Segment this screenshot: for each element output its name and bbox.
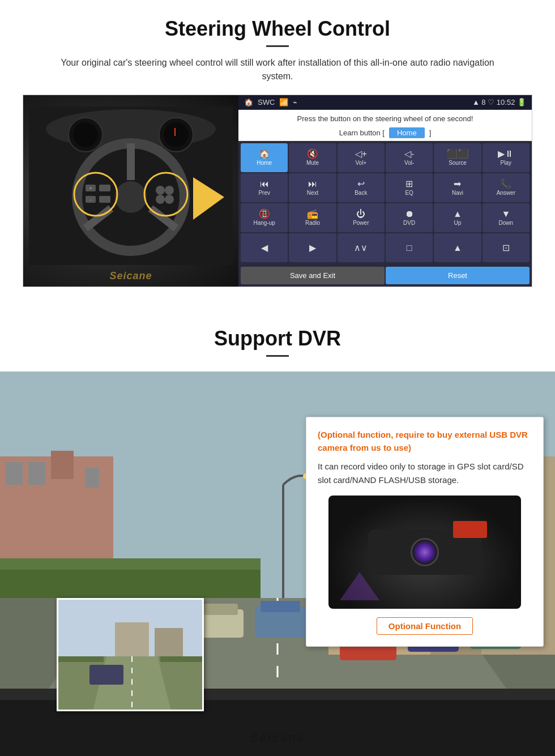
reset-button[interactable]: Reset <box>386 267 530 284</box>
svg-point-11 <box>115 181 147 213</box>
swc-btn-mute[interactable]: 🔇 Mute <box>289 143 336 172</box>
dvr-header: Support DVR <box>0 315 555 371</box>
hangup-btn-label: Hang-up <box>253 220 275 226</box>
home-btn-label: Home <box>257 160 272 166</box>
swc-btn-voldown[interactable]: ◁- Vol- <box>386 143 433 172</box>
svg-rect-18 <box>99 185 110 191</box>
dvr-info-card: (Optional function, require to buy exter… <box>306 417 544 647</box>
swc-btn-r4[interactable]: □ <box>386 233 433 262</box>
swc-btn-r1[interactable]: ◀ <box>241 233 288 262</box>
swc-ui-panel: 🏠 SWC 📶 ⌁ ▲ 8 ♡ 10:52 🔋 Press the button… <box>238 95 532 287</box>
svg-rect-37 <box>204 604 238 615</box>
swc-prompt-text: Press the button on the steering wheel o… <box>297 114 473 123</box>
swc-btn-volup[interactable]: ◁+ Vol+ <box>338 143 385 172</box>
optional-function-badge: Optional Function <box>377 617 473 635</box>
dvr-section: Support DVR <box>0 315 555 756</box>
next-btn-label: Next <box>307 190 319 196</box>
swc-btn-play[interactable]: ▶⏸ Play <box>483 143 530 172</box>
swc-photo: + - Seicane <box>23 95 238 287</box>
down-btn-icon: ▼ <box>501 210 510 219</box>
down-btn-label: Down <box>499 220 514 226</box>
dvd-btn-icon: ⏺ <box>405 210 414 219</box>
swc-btn-dvd[interactable]: ⏺ DVD <box>386 203 433 232</box>
power-btn-label: Power <box>353 220 369 226</box>
dvr-inset-svg <box>58 600 204 711</box>
swc-btn-next[interactable]: ⏭ Next <box>289 173 336 202</box>
swc-btn-power[interactable]: ⏻ Power <box>338 203 385 232</box>
swc-btn-r5[interactable]: ▲ <box>434 233 481 262</box>
swc-btn-r2[interactable]: ▶ <box>289 233 336 262</box>
swc-btn-down[interactable]: ▼ Down <box>483 203 530 232</box>
swc-btn-eq[interactable]: ⊞ EQ <box>386 173 433 202</box>
r5-icon: ▲ <box>453 244 462 253</box>
svg-rect-65 <box>115 622 149 656</box>
swc-btn-home[interactable]: 🏠 Home <box>241 143 288 172</box>
r4-icon: □ <box>407 244 412 253</box>
svg-point-22 <box>156 195 165 204</box>
signal-icon: ▲ 8 ♡ <box>472 98 494 106</box>
back-btn-label: Back <box>355 190 367 196</box>
dvr-optional-note: (Optional function, require to buy exter… <box>318 429 532 454</box>
r2-icon: ▶ <box>309 244 316 253</box>
swc-ui-learn-row: Learn button [ Home ] <box>238 125 532 141</box>
voldown-btn-label: Vol- <box>404 160 414 166</box>
dvr-inset-thumbnail <box>57 598 204 711</box>
swc-btn-up[interactable]: ▲ Up <box>434 203 481 232</box>
camera-body <box>368 529 481 575</box>
swc-ui-header-right: ▲ 8 ♡ 10:52 🔋 <box>472 98 526 106</box>
swc-button-grid: 🏠 Home 🔇 Mute ◁+ Vol+ ◁- Vol- ⬛⬛ Sou <box>238 141 532 264</box>
learn-label: Learn button [ <box>339 129 385 137</box>
eq-btn-label: EQ <box>405 190 413 196</box>
play-btn-icon: ▶⏸ <box>498 150 514 159</box>
answer-btn-label: Answer <box>497 190 515 196</box>
home-icon: 🏠 <box>244 98 253 106</box>
swc-ui-header: 🏠 SWC 📶 ⌁ ▲ 8 ♡ 10:52 🔋 <box>238 95 532 110</box>
navi-btn-icon: ➡ <box>454 180 461 189</box>
svg-point-21 <box>165 186 174 195</box>
svg-point-23 <box>165 195 174 204</box>
swc-btn-r3[interactable]: ∧∨ <box>338 233 385 262</box>
swc-btn-radio[interactable]: 📻 Radio <box>289 203 336 232</box>
power-btn-icon: ⏻ <box>356 210 365 219</box>
camera-lens <box>411 538 439 566</box>
source-btn-icon: ⬛⬛ <box>446 150 469 159</box>
swc-btn-prev[interactable]: ⏮ Prev <box>241 173 288 202</box>
swc-btn-navi[interactable]: ➡ Navi <box>434 173 481 202</box>
swc-btn-back[interactable]: ↩ Back <box>338 173 385 202</box>
swc-btn-source[interactable]: ⬛⬛ Source <box>434 143 481 172</box>
swc-btn-answer[interactable]: 📞 Answer <box>483 173 530 202</box>
swc-footer: Save and Exit Reset <box>238 264 532 287</box>
swc-title: Steering Wheel Control <box>23 17 532 41</box>
home-btn-icon: 🏠 <box>259 150 270 159</box>
swc-btn-r6[interactable]: ⊡ <box>483 233 530 262</box>
mute-btn-label: Mute <box>306 160 319 166</box>
dvr-divider <box>266 355 289 357</box>
dvr-camera-image <box>328 496 521 609</box>
mute-btn-icon: 🔇 <box>307 150 318 159</box>
svg-point-20 <box>156 186 165 195</box>
swc-divider <box>266 45 289 47</box>
back-btn-icon: ↩ <box>357 180 365 189</box>
dvr-background: (Optional function, require to buy exter… <box>0 371 555 756</box>
steering-wheel-svg: + - <box>29 106 233 265</box>
navi-btn-label: Navi <box>452 190 463 196</box>
eq-btn-icon: ⊞ <box>405 180 413 189</box>
learn-close: ] <box>429 129 432 137</box>
swc-panel: + - Seicane <box>23 95 532 287</box>
dvr-photo-container: (Optional function, require to buy exter… <box>0 371 555 756</box>
swc-ui-header-left: 🏠 SWC 📶 ⌁ <box>244 98 297 106</box>
answer-btn-icon: 📞 <box>500 180 511 189</box>
svg-rect-28 <box>28 462 45 485</box>
swc-description: Your original car's steering wheel contr… <box>51 56 504 83</box>
radio-btn-icon: 📻 <box>307 210 318 219</box>
r6-icon: ⊡ <box>502 244 510 253</box>
swc-label: SWC <box>258 98 275 106</box>
svg-rect-30 <box>85 468 99 488</box>
learn-home-badge[interactable]: Home <box>389 127 425 138</box>
save-exit-button[interactable]: Save and Exit <box>241 267 385 284</box>
swc-btn-hangup[interactable]: 📵 Hang-up <box>241 203 288 232</box>
svg-rect-19 <box>99 196 110 203</box>
svg-point-3 <box>73 122 98 147</box>
dvr-watermark: Seicane <box>250 731 305 745</box>
voldown-btn-icon: ◁- <box>404 150 414 159</box>
